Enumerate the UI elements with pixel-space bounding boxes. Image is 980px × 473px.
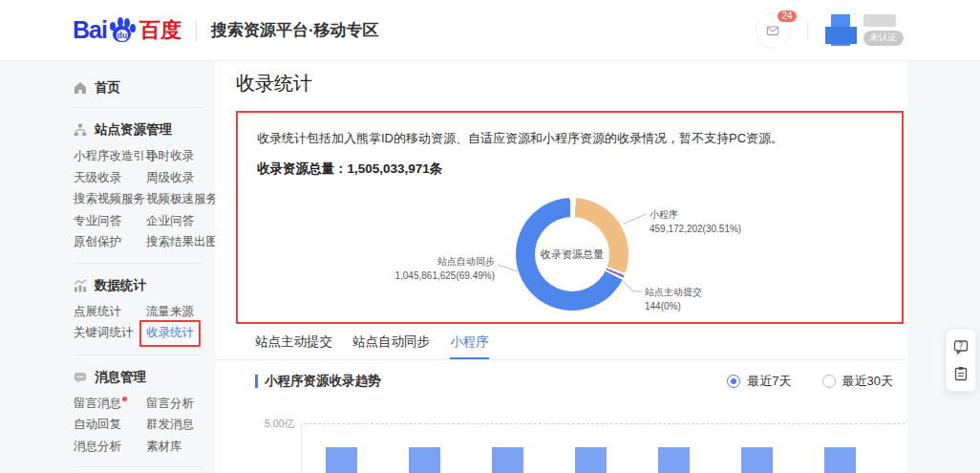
- platform-title: 搜索资源平台·移动专区: [211, 19, 379, 41]
- sidebar-item[interactable]: 视频极速服务: [146, 188, 218, 210]
- divider: [74, 263, 203, 264]
- total-label: 收录资源总量：: [257, 161, 348, 176]
- sidebar-item[interactable]: 专业问答: [74, 210, 146, 232]
- sidebar-item[interactable]: 留言分析: [146, 393, 215, 415]
- username-redacted: [863, 14, 896, 27]
- sidebar-item[interactable]: 消息分析: [74, 436, 146, 458]
- baidu-logo: Bai du 百度: [73, 16, 181, 45]
- logo-text-cn: 百度: [139, 16, 181, 45]
- divider: [74, 107, 203, 108]
- sidebar-item[interactable]: 企业问答: [146, 210, 218, 232]
- overview-card-red-annotation: 收录统计包括加入熊掌ID的移动资源、自适应资源和小程序资源的收录情况，暂不支持P…: [236, 111, 904, 324]
- donut-hole: 收录资源总量: [535, 217, 609, 291]
- trend-bar[interactable]: [492, 447, 523, 473]
- tab-miniprogram[interactable]: 小程序: [450, 333, 489, 359]
- feedback-question-icon[interactable]: ?: [953, 339, 969, 355]
- sidebar-item-home[interactable]: 首页: [74, 78, 215, 97]
- tab-auto-sync[interactable]: 站点自动同步: [352, 333, 430, 359]
- radio-icon: [822, 375, 836, 388]
- sidebar-item[interactable]: 自动回复: [74, 414, 146, 436]
- home-icon: [74, 81, 87, 95]
- sidebar-item[interactable]: 点展统计: [74, 301, 146, 323]
- page: Bai du 百度 搜索资源平台·移动专区 24 未认证: [0, 0, 980, 473]
- sidebar-item[interactable]: 搜索视频服务: [74, 188, 146, 210]
- sidebar-item[interactable]: 周级收录: [146, 167, 218, 189]
- sidebar-links-messages: 留言消息 留言分析 自动回复 群发消息 消息分析 素材库: [74, 393, 215, 458]
- red-dot-badge: [122, 397, 127, 401]
- bar-chart-icon: [74, 279, 87, 292]
- survey-form-icon[interactable]: [953, 366, 969, 381]
- total-resources: 收录资源总量：1,505,033,971条: [257, 161, 442, 178]
- user-meta: 未认证: [863, 14, 905, 46]
- sidebar-item[interactable]: 流量来源: [146, 301, 215, 323]
- header-divider: [807, 21, 808, 40]
- verify-status-badge: 未认证: [863, 31, 905, 46]
- unread-count-badge: 24: [776, 9, 798, 24]
- sidebar-item[interactable]: 群发消息: [146, 414, 215, 436]
- sidebar-item[interactable]: 留言消息: [74, 393, 146, 415]
- resource-type-tabs: 站点主动提交 站点自动同步 小程序: [215, 333, 907, 360]
- radio-icon: [727, 375, 740, 388]
- avatar[interactable]: [825, 14, 857, 46]
- trend-bar[interactable]: [326, 447, 357, 473]
- sidebar-section-data-stats: 数据统计: [74, 276, 215, 295]
- trend-bar[interactable]: [741, 447, 773, 473]
- radio-last-7-days[interactable]: 最近7天: [727, 373, 791, 390]
- sidebar-item[interactable]: 搜索结果出图: [146, 231, 218, 253]
- sidebar-section-messages: 消息管理: [74, 368, 215, 387]
- total-value: 1,505,033,971条: [348, 161, 443, 176]
- sidebar-links-data-stats: 点展统计 流量来源 关键词统计 收录统计: [74, 301, 215, 345]
- red-highlight-ring: 收录统计: [139, 320, 201, 347]
- sidebar-item[interactable]: 天级收录: [74, 167, 146, 189]
- sidebar: 首页 站点资源管理 小程序改造引导 小时收录 天级收录 周级收录 搜索视频服务 …: [0, 61, 215, 473]
- svg-text:?: ?: [959, 341, 964, 351]
- floating-toolbar: ?: [946, 329, 976, 392]
- y-axis-line: [301, 423, 302, 473]
- donut-label-auto-sync: 站点自动同步 1,045,861,625(69.49%): [394, 254, 495, 283]
- trend-bar[interactable]: [409, 447, 440, 473]
- sidebar-item-indexing-stats[interactable]: 收录统计: [146, 322, 215, 345]
- sidebar-item[interactable]: 素材库: [146, 436, 215, 458]
- tab-manual-submit[interactable]: 站点主动提交: [255, 333, 332, 359]
- section-accent-bar: [255, 375, 258, 388]
- sitemap-icon: [74, 123, 87, 137]
- trend-bar[interactable]: [658, 447, 690, 473]
- donut-label-miniprogram: 小程序 459,172,202(30.51%): [650, 207, 741, 236]
- trend-bar-chart[interactable]: 5.00亿: [215, 418, 907, 473]
- trend-bar[interactable]: [575, 447, 607, 473]
- trend-title: 小程序资源收录趋势: [265, 373, 381, 390]
- divider: [74, 466, 203, 467]
- sidebar-item[interactable]: 关键词统计: [74, 322, 146, 345]
- donut-label-manual-submit: 站点主动提交 144(0%): [645, 285, 702, 313]
- logo-divider: [196, 20, 197, 41]
- envelope-icon: [766, 24, 779, 37]
- chat-bubble-icon: [74, 371, 87, 384]
- gridline: [304, 423, 905, 424]
- logo-text-bai: Bai: [73, 16, 107, 44]
- sidebar-links-site-resources: 小程序改造引导 小时收录 天级收录 周级收录 搜索视频服务 视频极速服务 专业问…: [74, 145, 215, 253]
- radio-last-30-days[interactable]: 最近30天: [822, 373, 893, 390]
- donut-center-label: 收录资源总量: [541, 247, 604, 262]
- donut-chart[interactable]: 收录资源总量: [516, 198, 628, 311]
- divider: [74, 355, 203, 355]
- main-content: 收录统计 收录统计包括加入熊掌ID的移动资源、自适应资源和小程序资源的收录情况，…: [215, 61, 907, 473]
- baidu-paw-icon: du: [108, 16, 137, 45]
- sidebar-item[interactable]: 小时收录: [146, 145, 218, 167]
- page-title: 收录统计: [215, 61, 907, 97]
- top-header: Bai du 百度 搜索资源平台·移动专区 24 未认证: [0, 0, 980, 61]
- sidebar-section-site-resources: 站点资源管理: [74, 120, 215, 140]
- y-axis-tick: 5.00亿: [259, 418, 294, 429]
- trend-bar[interactable]: [824, 447, 856, 473]
- trend-header: 小程序资源收录趋势 最近7天 最近30天: [215, 373, 907, 390]
- sidebar-item[interactable]: 原创保护: [74, 231, 146, 253]
- sidebar-item[interactable]: 小程序改造引导: [74, 145, 146, 167]
- overview-description: 收录统计包括加入熊掌ID的移动资源、自适应资源和小程序资源的收录情况，暂不支持P…: [257, 130, 783, 147]
- messages-button[interactable]: 24: [756, 13, 790, 48]
